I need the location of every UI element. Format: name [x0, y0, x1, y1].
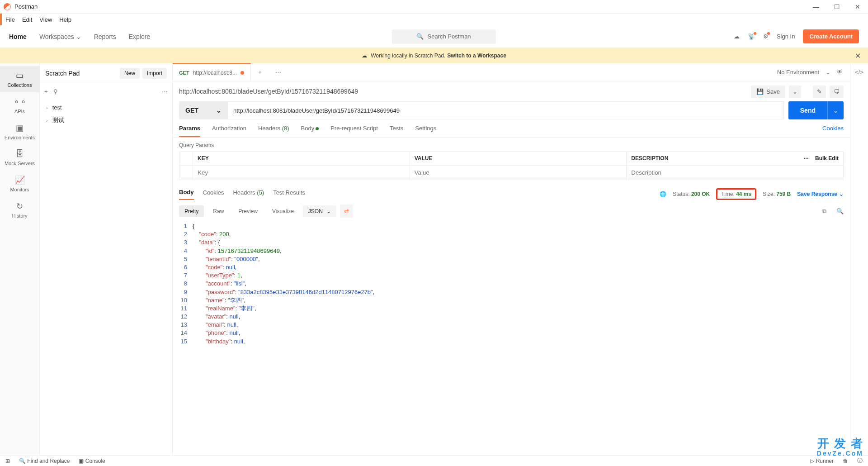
send-button[interactable]: Send [788, 101, 827, 119]
method-dropdown[interactable]: GET⌄ [179, 101, 228, 119]
param-value-input[interactable] [415, 169, 622, 176]
tab-body[interactable]: Body [301, 125, 319, 137]
view-raw[interactable]: Raw [208, 205, 229, 217]
copy-icon[interactable]: ⧉ [822, 208, 826, 215]
tree-item-ceshi[interactable]: ›测试 [40, 114, 172, 127]
help-icon[interactable]: ⓘ [857, 457, 863, 465]
window-maximize-button[interactable]: ☐ [826, 3, 847, 10]
global-search[interactable]: 🔍 Search Postman [392, 29, 496, 44]
tab-authorization[interactable]: Authorization [212, 125, 246, 137]
menu-edit[interactable]: Edit [22, 16, 32, 23]
col-description: DESCRIPTION⋯Bulk Edit [627, 152, 844, 166]
find-replace-button[interactable]: 🔍 Find and Replace [19, 458, 70, 464]
environment-selector[interactable]: No Environment [777, 69, 819, 76]
window-close-button[interactable]: ✕ [847, 3, 868, 10]
cookies-link[interactable]: Cookies [822, 125, 844, 137]
env-quicklook-icon[interactable]: 👁 [837, 69, 843, 76]
sidebar-toggle-icon[interactable]: ⊞ [5, 458, 10, 464]
param-key-input[interactable] [198, 169, 405, 176]
view-preview[interactable]: Preview [233, 205, 263, 217]
save-response-button[interactable]: Save Response ⌄ [797, 191, 844, 197]
more-icon[interactable]: ⋯ [803, 155, 809, 162]
settings-gear-icon[interactable]: ⚙ [763, 33, 769, 40]
nav-reports[interactable]: Reports [94, 33, 116, 40]
resp-tab-headers[interactable]: Headers (5) [233, 189, 264, 200]
tab-prerequest[interactable]: Pre-request Script [330, 125, 378, 137]
more-icon[interactable]: ⋯ [162, 88, 168, 95]
rail-monitors[interactable]: 📈Monitors [0, 171, 39, 197]
collections-tree: ›test ›测试 [40, 100, 172, 129]
tree-item-test[interactable]: ›test [40, 101, 172, 114]
banner-close-button[interactable]: ✕ [855, 52, 861, 60]
nav-explore[interactable]: Explore [129, 33, 150, 40]
request-tab[interactable]: GET http://localhost:8... [173, 63, 251, 81]
import-button[interactable]: Import [142, 68, 167, 79]
side-panel-header: Scratch Pad New Import [40, 63, 172, 83]
environments-icon: ▣ [0, 123, 39, 133]
tab-more-button[interactable]: ⋯ [269, 63, 287, 81]
bulk-edit-button[interactable]: Bulk Edit [815, 155, 839, 162]
save-button[interactable]: 💾Save [751, 86, 785, 98]
new-tab-button[interactable]: + [251, 63, 269, 81]
nav-home[interactable]: Home [9, 33, 27, 40]
rail-collections[interactable]: ▭Collections [0, 66, 39, 92]
add-icon[interactable]: + [44, 88, 48, 95]
time-highlight: Time: 44 ms [716, 188, 756, 200]
size-label: Size: 759 B [763, 191, 791, 197]
tab-tests[interactable]: Tests [390, 125, 403, 137]
history-icon: ↻ [0, 201, 39, 211]
code-icon[interactable]: </> [855, 69, 863, 76]
console-button[interactable]: ▣ Console [79, 458, 105, 464]
param-desc-input[interactable] [631, 169, 839, 176]
chevron-down-icon: ⌄ [326, 208, 331, 214]
resp-tab-cookies[interactable]: Cookies [203, 189, 224, 200]
tab-headers[interactable]: Headers (8) [258, 125, 289, 137]
params-table: KEY VALUE DESCRIPTION⋯Bulk Edit [179, 151, 844, 180]
view-pretty[interactable]: Pretty [179, 205, 204, 217]
runner-button[interactable]: ▷ Runner [810, 458, 834, 464]
tab-settings[interactable]: Settings [415, 125, 436, 137]
cloud-sync-icon[interactable]: ☁ [734, 33, 740, 40]
query-params-title: Query Params [173, 138, 850, 151]
mock-servers-icon: 🗄 [0, 149, 39, 159]
save-dropdown[interactable]: ⌄ [789, 86, 801, 98]
status-label: Status: 200 OK [673, 191, 710, 197]
search-response-icon[interactable]: 🔍 [836, 208, 844, 214]
rail-history[interactable]: ↻History [0, 197, 39, 223]
trash-icon[interactable]: 🗑 [843, 458, 848, 464]
menu-view[interactable]: View [39, 16, 52, 23]
postman-logo-icon [4, 3, 11, 10]
chevron-down-icon[interactable]: ⌄ [826, 69, 830, 76]
banner-text: Working locally in Scratch Pad. [371, 52, 445, 59]
view-visualize[interactable]: Visualize [267, 205, 299, 217]
right-rail: </> [850, 63, 868, 455]
edit-icon[interactable]: ✎ [813, 86, 826, 98]
satellite-icon[interactable]: 📡 [748, 33, 755, 40]
url-input[interactable] [228, 101, 784, 119]
switch-workspace-link[interactable]: Switch to a Workspace [447, 52, 506, 59]
rail-environments[interactable]: ▣Environments [0, 119, 39, 145]
scratchpad-banner: ☁ Working locally in Scratch Pad. Switch… [0, 48, 868, 63]
new-button[interactable]: New [120, 68, 140, 79]
resp-tab-test-results[interactable]: Test Results [273, 189, 305, 200]
globe-icon[interactable]: 🌐 [660, 191, 666, 197]
filter-icon[interactable]: ⚲ [53, 88, 58, 95]
menu-file[interactable]: File [5, 16, 15, 23]
send-dropdown[interactable]: ⌄ [827, 101, 844, 119]
window-minimize-button[interactable]: — [806, 3, 826, 10]
response-body[interactable]: 1{2 "code": 200,3 "data": {4 "id": 15716… [173, 222, 850, 455]
tab-params[interactable]: Params [179, 125, 200, 137]
request-title: http://localhost:8081/bladeUser/getById/… [179, 88, 747, 95]
resp-tab-body[interactable]: Body [179, 189, 194, 200]
chevron-down-icon: ⌄ [76, 33, 81, 40]
nav-workspaces[interactable]: Workspaces⌄ [39, 33, 81, 40]
sign-in-link[interactable]: Sign In [777, 33, 795, 40]
chevron-down-icon: ⌄ [839, 191, 844, 197]
rail-mock-servers[interactable]: 🗄Mock Servers [0, 145, 39, 171]
create-account-button[interactable]: Create Account [803, 29, 859, 43]
menu-help[interactable]: Help [59, 16, 71, 23]
rail-apis[interactable]: ⚬⚬APIs [0, 92, 39, 119]
wrap-lines-icon[interactable]: ⇄ [340, 204, 353, 218]
comment-icon[interactable]: 🗨 [830, 86, 844, 98]
format-dropdown[interactable]: JSON⌄ [303, 205, 336, 217]
